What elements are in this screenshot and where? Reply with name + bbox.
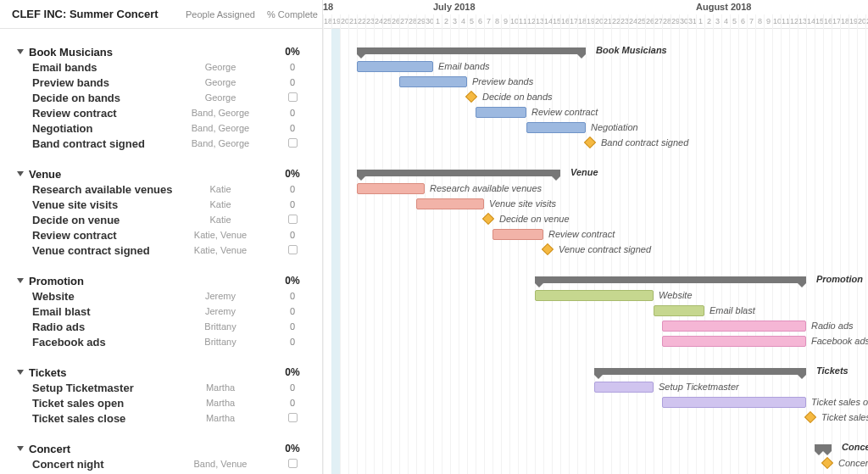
- task-row[interactable]: Ticket sales close Martha: [0, 410, 322, 426]
- pct-checkbox[interactable]: [288, 92, 298, 102]
- task-bar[interactable]: [476, 107, 526, 118]
- task-people: Katie, Venue: [178, 230, 263, 240]
- summary-bar[interactable]: [815, 444, 832, 451]
- milestone-icon[interactable]: [482, 213, 494, 225]
- task-name: Email blast: [0, 305, 178, 318]
- pct-checkbox[interactable]: [288, 413, 298, 422]
- task-pct: 0: [263, 108, 322, 118]
- task-row[interactable]: Decide on bands George: [0, 90, 322, 105]
- task-bar[interactable]: [662, 397, 806, 408]
- milestone-icon[interactable]: [465, 91, 477, 103]
- task-pct: 0: [263, 184, 322, 194]
- pct-checkbox[interactable]: [288, 138, 298, 148]
- collapse-icon[interactable]: [17, 278, 24, 283]
- col-people-header[interactable]: People Assigned: [178, 9, 263, 20]
- collapse-icon[interactable]: [17, 171, 24, 176]
- task-row[interactable]: Ticket sales open Martha 0: [0, 395, 322, 410]
- milestone-icon[interactable]: [584, 137, 596, 148]
- task-bar[interactable]: [399, 76, 467, 87]
- task-bar[interactable]: [526, 122, 586, 133]
- task-people: Katie: [178, 184, 263, 194]
- task-name: Research available venues: [0, 183, 178, 196]
- group-row[interactable]: Book Musicians 0%: [0, 44, 322, 59]
- group-name: Book Musicians: [29, 46, 113, 59]
- task-row[interactable]: Preview bands George 0: [0, 75, 322, 90]
- task-row[interactable]: Facebook ads Brittany 0: [0, 334, 322, 349]
- pct-checkbox[interactable]: [288, 459, 298, 468]
- task-row[interactable]: Email bands George 0: [0, 59, 322, 75]
- task-row[interactable]: Venue contract signed Katie, Venue: [0, 243, 322, 258]
- group-name: Tickets: [29, 366, 67, 379]
- collapse-icon[interactable]: [17, 446, 24, 451]
- task-bar[interactable]: [654, 305, 704, 316]
- task-people: Band, George: [178, 138, 263, 148]
- milestone-label: Concert night: [838, 458, 868, 468]
- day-cell: 28: [408, 14, 416, 29]
- task-pct: [263, 245, 322, 256]
- day-cell: 5: [467, 14, 476, 29]
- collapse-icon[interactable]: [17, 370, 24, 375]
- day-cell: 28: [662, 14, 670, 29]
- summary-bar[interactable]: [357, 170, 560, 176]
- task-name: Email bands: [0, 61, 178, 74]
- group-row[interactable]: Promotion 0%: [0, 273, 322, 288]
- milestone-icon[interactable]: [821, 457, 833, 469]
- task-bar[interactable]: [662, 336, 806, 347]
- day-cell: 25: [637, 14, 645, 29]
- task-people: Band, George: [178, 123, 263, 133]
- chart-row: Email blast: [323, 304, 868, 319]
- day-cell: 1: [433, 14, 442, 29]
- task-row[interactable]: Setup Ticketmaster Martha 0: [0, 380, 322, 395]
- day-cell: 11: [518, 14, 526, 29]
- task-people: George: [178, 77, 263, 87]
- task-bar[interactable]: [594, 382, 654, 393]
- gantt-chart[interactable]: Book Musicians Email bandsPreview bandsD…: [323, 29, 868, 474]
- task-row[interactable]: Email blast Jeremy 0: [0, 304, 322, 319]
- task-row[interactable]: Research available venues Katie 0: [0, 181, 322, 197]
- task-row[interactable]: Negotiation Band, George 0: [0, 120, 322, 136]
- day-cell: 24: [374, 14, 382, 29]
- month-label: July 2018: [433, 0, 476, 14]
- summary-bar[interactable]: [594, 368, 806, 375]
- pct-checkbox[interactable]: [288, 215, 298, 224]
- day-cell: 27: [654, 14, 662, 29]
- chart-row: Decide on venue: [323, 212, 868, 227]
- summary-bar[interactable]: [357, 47, 586, 54]
- group-name: Promotion: [29, 275, 84, 287]
- task-bar-label: Venue site visits: [489, 198, 556, 209]
- group-row[interactable]: Tickets 0%: [0, 365, 322, 380]
- chart-row: Website: [323, 288, 868, 304]
- task-bar[interactable]: [357, 183, 425, 194]
- task-row[interactable]: Review contract Band, George 0: [0, 105, 322, 120]
- task-bar[interactable]: [416, 198, 484, 209]
- task-row[interactable]: Radio ads Brittany 0: [0, 319, 322, 334]
- task-row[interactable]: Concert night Band, Venue: [0, 456, 322, 471]
- task-bar[interactable]: [535, 290, 654, 301]
- task-row[interactable]: Venue site visits Katie 0: [0, 197, 322, 212]
- milestone-icon[interactable]: [542, 243, 554, 255]
- task-row[interactable]: Review contract Katie, Venue 0: [0, 227, 322, 243]
- collapse-icon[interactable]: [17, 49, 24, 54]
- task-name: Band contract signed: [0, 137, 178, 150]
- task-bar[interactable]: [492, 229, 543, 240]
- milestone-icon[interactable]: [804, 411, 816, 423]
- day-cell: 30: [679, 14, 687, 29]
- task-people: Martha: [178, 413, 263, 423]
- pct-checkbox[interactable]: [288, 245, 298, 254]
- task-row[interactable]: Band contract signed Band, George: [0, 136, 322, 151]
- col-pct-header[interactable]: % Complete: [263, 9, 322, 20]
- task-bar[interactable]: [662, 321, 806, 332]
- task-name: Ticket sales open: [0, 397, 178, 410]
- task-pct: 0: [263, 62, 322, 72]
- task-pct: 0: [263, 77, 322, 87]
- day-cell: 14: [806, 14, 815, 29]
- task-row[interactable]: Website Jeremy 0: [0, 288, 322, 304]
- task-bar[interactable]: [357, 61, 433, 72]
- group-row[interactable]: Concert 0%: [0, 441, 322, 456]
- day-cell: 13: [535, 14, 543, 29]
- summary-bar[interactable]: [535, 276, 806, 283]
- task-row[interactable]: Decide on venue Katie: [0, 212, 322, 227]
- task-people: Band, Venue: [178, 459, 263, 469]
- group-row[interactable]: Venue 0%: [0, 166, 322, 181]
- chart-row: Venue contract signed: [323, 243, 868, 258]
